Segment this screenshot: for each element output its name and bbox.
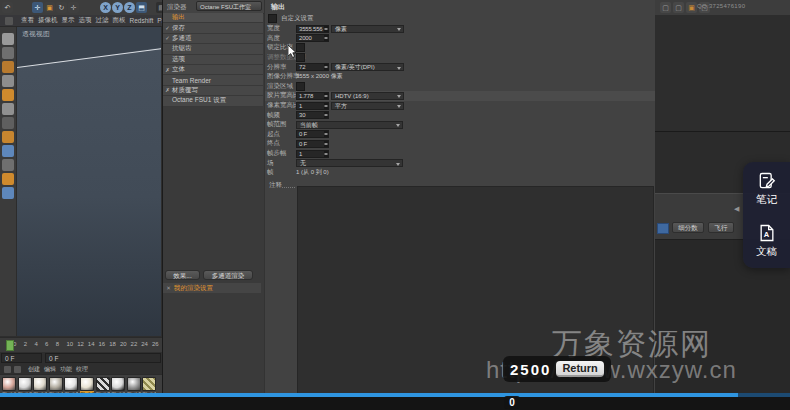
frame-range-track[interactable]: 0 F	[45, 353, 161, 363]
material-menu-1[interactable]: 编辑	[44, 365, 56, 374]
subdivision-button[interactable]: 细分数	[672, 222, 704, 233]
render-section-5[interactable]: ✗立体	[163, 65, 263, 75]
stepper-arrows[interactable]	[324, 93, 328, 99]
simulation-icon[interactable]	[2, 173, 14, 185]
viewport-menu-4[interactable]: 过滤	[96, 16, 109, 25]
setting-input[interactable]: 72	[296, 63, 329, 71]
render-preset-row[interactable]: ✕ 我的渲染设置	[163, 283, 261, 293]
scale-tool-icon[interactable]: ▣	[44, 2, 55, 13]
material-preview-sphere[interactable]	[96, 377, 110, 391]
setting-unit-dropdown[interactable]: 像素	[331, 25, 404, 33]
snap-icon[interactable]	[2, 159, 14, 171]
section-check-mark[interactable]: ✓	[163, 25, 172, 31]
workplane-mode-icon[interactable]	[2, 75, 14, 87]
material-preview-sphere[interactable]	[142, 377, 156, 391]
convert-object-icon[interactable]	[2, 33, 14, 45]
setting-input[interactable]: 2000	[296, 34, 329, 42]
stepper-arrows[interactable]	[324, 103, 328, 109]
material-preview-sphere[interactable]	[64, 377, 78, 391]
viewport-menu-6[interactable]: Redshift	[130, 17, 154, 24]
section-check-mark[interactable]: ✗	[163, 87, 172, 93]
last-tool-icon[interactable]: ✛	[68, 2, 79, 13]
setting-unit-dropdown[interactable]: 平方	[331, 102, 404, 110]
material-preview-sphere[interactable]	[111, 377, 125, 391]
setting-input[interactable]: 30	[296, 111, 329, 119]
setting-input[interactable]: 1	[296, 150, 329, 158]
material-preview-sphere[interactable]	[18, 377, 32, 391]
material-preview-sphere[interactable]	[80, 377, 94, 391]
render-section-7[interactable]: ✗材质覆写	[163, 86, 263, 96]
viewport-menu-3[interactable]: 选项	[79, 16, 92, 25]
current-frame-marker[interactable]	[6, 340, 14, 351]
panel-icon-2[interactable]: ▢	[673, 2, 684, 13]
rotate-tool-icon[interactable]: ↻	[56, 2, 67, 13]
axis-y-lock-icon[interactable]: Y	[112, 2, 123, 13]
render-section-0[interactable]: 输出	[163, 13, 263, 23]
setting-unit-dropdown[interactable]: 像素/英寸(DPI)	[331, 63, 404, 71]
perspective-viewport[interactable]: 透视视图	[17, 27, 161, 336]
axis-x-lock-icon[interactable]: X	[100, 2, 111, 13]
edges-mode-icon[interactable]	[2, 103, 14, 115]
render-section-3[interactable]: 抗锯齿	[163, 44, 263, 54]
notes-button[interactable]: 笔记	[743, 171, 790, 207]
setting-input[interactable]: 0 F	[296, 140, 329, 148]
stepper-arrows[interactable]	[324, 26, 328, 32]
preset-check-icon[interactable]: ✕	[163, 285, 174, 291]
timeline-ruler[interactable]: 02468101214161820222426	[0, 337, 162, 352]
fly-button[interactable]: 飞行	[708, 222, 734, 233]
section-check-mark[interactable]: ✗	[163, 67, 172, 73]
material-preview-sphere[interactable]	[49, 377, 63, 391]
polygons-mode-icon[interactable]	[2, 117, 14, 129]
attribute-enable-checkbox[interactable]	[657, 223, 669, 234]
effects-button[interactable]: 效果...	[165, 270, 200, 280]
model-mode-icon[interactable]	[2, 47, 14, 59]
move-tool-icon[interactable]: ✛	[32, 2, 43, 13]
viewport-menu-2[interactable]: 显示	[62, 16, 75, 25]
material-preview-sphere[interactable]	[2, 377, 16, 391]
enable-axis-icon[interactable]	[2, 131, 14, 143]
viewport-solo-icon[interactable]	[2, 145, 14, 157]
setting-input[interactable]: 1	[296, 102, 329, 110]
setting-checkbox[interactable]	[296, 82, 305, 91]
render-section-4[interactable]: 选项	[163, 55, 263, 65]
setting-unit-dropdown[interactable]: HDTV (16:9)	[331, 92, 404, 100]
render-section-6[interactable]: Team Render	[163, 75, 263, 85]
renderer-dropdown[interactable]: Octane FSU工作室	[196, 1, 262, 11]
material-menu-2[interactable]: 功能	[60, 365, 72, 374]
render-section-2[interactable]: ✓多通道	[163, 34, 263, 44]
current-frame-field[interactable]: 0 F	[1, 353, 42, 363]
viewport-menu-5[interactable]: 面板	[113, 16, 126, 25]
material-preview-sphere[interactable]	[33, 377, 47, 391]
panel-icon-3[interactable]: ▣	[686, 2, 697, 13]
setting-input[interactable]: 3555.556	[296, 25, 329, 33]
viewport-menu-1[interactable]: 摄像机	[38, 16, 58, 25]
section-check-mark[interactable]: ✓	[163, 35, 172, 41]
docs-button[interactable]: A 文稿	[743, 223, 790, 259]
stepper-arrows[interactable]	[324, 151, 328, 157]
panel-icon-1[interactable]: ▢	[660, 2, 671, 13]
material-menu-3[interactable]: 纹理	[76, 365, 88, 374]
points-mode-icon[interactable]	[2, 89, 14, 101]
render-section-1[interactable]: ✓保存	[163, 23, 263, 33]
undo-icon[interactable]: ↶	[2, 2, 13, 13]
texture-mode-icon[interactable]	[2, 61, 14, 73]
stepper-arrows[interactable]	[324, 64, 328, 70]
stepper-arrows[interactable]	[324, 112, 328, 118]
setting-input[interactable]: 0 F	[296, 130, 329, 138]
panel-collapse-arrow[interactable]: ◀	[734, 205, 739, 213]
coord-system-icon[interactable]: ⬒	[136, 2, 147, 13]
multipass-button[interactable]: 多通道渲染	[203, 270, 253, 280]
axis-z-lock-icon[interactable]: Z	[124, 2, 135, 13]
setting-dropdown[interactable]: 无	[296, 159, 403, 167]
render-section-8[interactable]: Octane FSU1 设置	[163, 96, 263, 106]
material-preview-sphere[interactable]	[127, 377, 141, 391]
setting-input[interactable]: 1.778	[296, 92, 329, 100]
stepper-arrows[interactable]	[324, 35, 328, 41]
custom-settings-checkbox[interactable]	[268, 14, 277, 23]
material-menu-0[interactable]: 创建	[28, 365, 40, 374]
viewport-menu-0[interactable]: 查看	[21, 16, 34, 25]
setting-dropdown[interactable]: 当前帧	[296, 121, 403, 129]
stepper-arrows[interactable]	[324, 131, 328, 137]
stepper-arrows[interactable]	[324, 141, 328, 147]
lock-icon[interactable]	[2, 187, 14, 199]
